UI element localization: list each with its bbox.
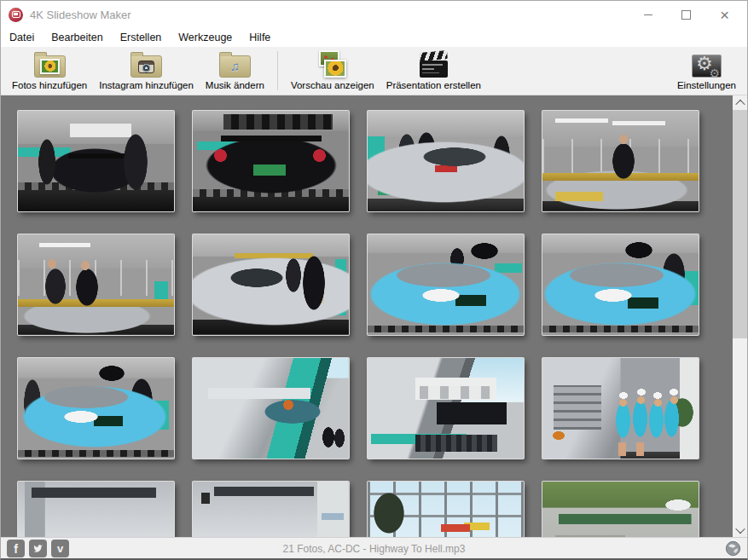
- photo-thumbnail[interactable]: [542, 234, 699, 335]
- music-folder-icon: [219, 55, 251, 78]
- add-instagram-button[interactable]: Instagram hinzufügen: [93, 47, 200, 95]
- chevron-up-icon: [735, 99, 745, 108]
- photo-thumbnail[interactable]: [368, 482, 524, 537]
- photo-thumbnail[interactable]: [18, 482, 174, 537]
- photo-thumbnail[interactable]: [193, 234, 349, 335]
- add-photos-folder-icon: [34, 55, 66, 78]
- create-slideshow-button[interactable]: Präsentation erstellen: [380, 47, 487, 95]
- title-bar: 4K Slideshow Maker: [1, 1, 747, 28]
- scroll-up-button[interactable]: [733, 95, 747, 110]
- toolbar-spacer: [487, 47, 671, 95]
- minimize-icon: [644, 14, 652, 15]
- close-button[interactable]: [705, 1, 744, 28]
- toolbar-separator: [277, 51, 278, 90]
- change-music-button[interactable]: Musik ändern: [200, 47, 270, 95]
- photo-thumbnail[interactable]: [193, 358, 349, 459]
- chevron-down-icon: [735, 523, 745, 533]
- photo-thumbnail[interactable]: [542, 358, 699, 459]
- menu-bar: Datei Bearbeiten Erstellen Werkzeuge Hil…: [1, 28, 747, 47]
- photo-thumbnail[interactable]: [542, 111, 699, 211]
- photo-thumbnail[interactable]: [18, 358, 174, 459]
- vertical-scrollbar[interactable]: [733, 95, 747, 537]
- maximize-icon: [681, 10, 691, 20]
- menu-datei[interactable]: Datei: [1, 30, 43, 45]
- clapperboard-icon: [420, 53, 448, 78]
- photo-thumbnail[interactable]: [368, 234, 524, 335]
- photo-thumbnail[interactable]: [18, 234, 174, 335]
- instagram-camera-icon: [138, 61, 154, 73]
- add-photos-button[interactable]: Fotos hinzufügen: [6, 47, 93, 95]
- twitter-icon[interactable]: [29, 540, 47, 557]
- photo-thumbnail[interactable]: [368, 111, 524, 211]
- status-text: 21 Fotos, AC-DC - Highway To Hell.mp3: [283, 543, 466, 555]
- minimize-button[interactable]: [629, 1, 667, 28]
- settings-button[interactable]: Einstellungen: [671, 47, 742, 95]
- scrollbar-thumb[interactable]: [733, 110, 747, 338]
- photo-thumbnail[interactable]: [18, 111, 174, 211]
- app-icon: [9, 8, 23, 22]
- photo-thumbnail[interactable]: [368, 358, 524, 459]
- music-note-icon: [230, 59, 240, 74]
- language-globe-icon[interactable]: [725, 540, 741, 557]
- social-links: [7, 540, 69, 557]
- window-title: 4K Slideshow Maker: [30, 9, 131, 21]
- scrollbar-track[interactable]: [733, 110, 747, 522]
- app-window: 4K Slideshow Maker Datei Bearbeiten Erst…: [0, 0, 748, 560]
- scroll-down-button[interactable]: [733, 522, 747, 537]
- sunflower-photo-icon: [40, 59, 60, 74]
- window-controls: [629, 1, 744, 28]
- status-bar: 21 Fotos, AC-DC - Highway To Hell.mp3: [1, 537, 747, 559]
- menu-hilfe[interactable]: Hilfe: [241, 30, 279, 45]
- menu-erstellen[interactable]: Erstellen: [112, 30, 171, 45]
- photo-thumbnail[interactable]: [193, 482, 349, 537]
- photo-thumbnail[interactable]: [193, 111, 349, 211]
- menu-werkzeuge[interactable]: Werkzeuge: [170, 30, 241, 45]
- thumbnail-grid: [18, 111, 699, 537]
- preview-photos-icon: [316, 50, 348, 78]
- vimeo-icon[interactable]: [51, 540, 69, 557]
- menu-bearbeiten[interactable]: Bearbeiten: [43, 30, 111, 45]
- gears-icon: [692, 55, 722, 78]
- photo-gallery: [1, 95, 747, 537]
- twitter-bird-icon: [32, 543, 43, 554]
- maximize-button[interactable]: [667, 1, 705, 28]
- toolbar: Fotos hinzufügen Instagram hinzufügen Mu…: [1, 47, 747, 95]
- show-preview-button[interactable]: Vorschau anzeigen: [285, 47, 380, 95]
- facebook-icon[interactable]: [7, 540, 25, 557]
- instagram-folder-icon: [130, 55, 162, 78]
- photo-thumbnail[interactable]: [542, 482, 699, 537]
